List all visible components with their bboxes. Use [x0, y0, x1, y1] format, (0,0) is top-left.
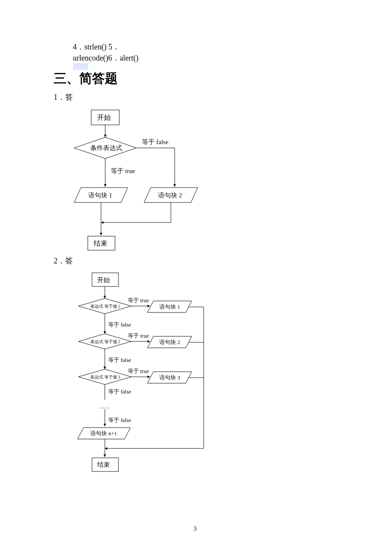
fc2-true2: 等于 true [128, 332, 149, 339]
fc2-block3: 语句块 3 [159, 374, 180, 381]
fc2-true3: 等于 true [128, 368, 149, 374]
fc2-block2: 语句块 2 [159, 339, 180, 345]
fc2-cond1: 表达式 等于值 1 [90, 304, 120, 309]
fc2-blockn1: 语句块 n+1 [90, 430, 117, 436]
fc2-block1: 语句块 1 [159, 304, 180, 310]
fc2-end: 结束 [97, 461, 110, 468]
fc2-start: 开始 [97, 277, 110, 283]
intro-line-2: urlencode()6．alert() [73, 53, 138, 64]
q2-label: 2．答 [54, 256, 73, 266]
section-heading: 三、简答题 [54, 69, 118, 87]
intro-line-1: 4．strlen() 5． [73, 42, 120, 52]
q1-label: 1．答 [54, 92, 73, 103]
fc2-cond2: 表达式 等于值 2 [90, 339, 120, 344]
fc2-true1: 等于 true [128, 297, 149, 304]
fc2-ellipsis: …… [99, 403, 110, 410]
fc2-cond3: 表达式 等于值 3 [90, 375, 120, 379]
fc2-false3: 等于 false [108, 388, 131, 395]
fc2-false4: 等于 false [108, 417, 131, 423]
fc2-false1: 等于 false [108, 321, 131, 328]
fc2-false2: 等于 false [108, 357, 131, 363]
page-number: 3 [193, 525, 197, 532]
